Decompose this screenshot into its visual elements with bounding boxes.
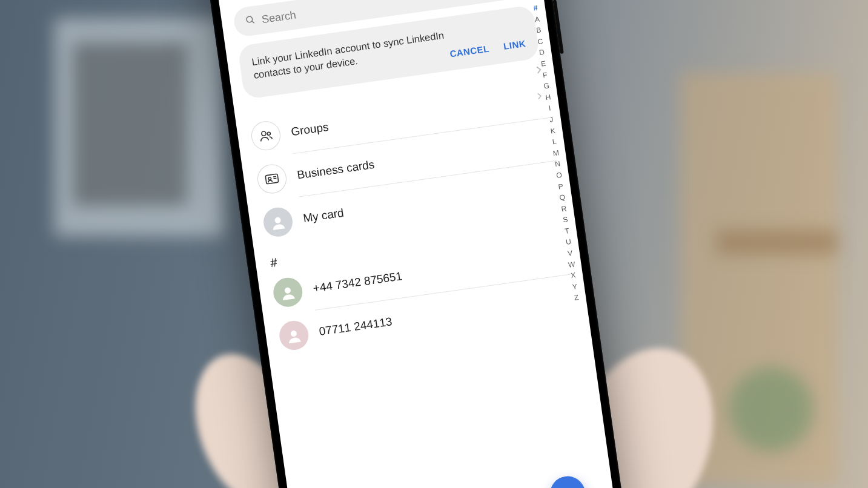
index-letter[interactable]: O (555, 170, 563, 182)
screen: 4G B (210, 0, 617, 488)
index-letter[interactable]: N (554, 158, 561, 170)
index-letter[interactable]: # (533, 2, 538, 14)
index-letter[interactable]: M (552, 147, 560, 159)
people-icon (250, 119, 282, 152)
index-letter[interactable]: E (540, 58, 547, 70)
index-letter[interactable]: G (543, 80, 550, 92)
avatar-placeholder-icon (271, 275, 304, 308)
index-letter[interactable]: R (560, 203, 567, 215)
index-letter[interactable]: H (545, 91, 551, 104)
index-letter[interactable]: W (568, 259, 576, 271)
index-letter[interactable]: K (550, 125, 557, 137)
index-letter[interactable]: I (548, 103, 552, 114)
index-letter[interactable]: B (535, 25, 542, 37)
svg-point-5 (261, 131, 266, 136)
contact-name: +44 7342 875651 (312, 269, 403, 295)
business-cards-label: Business cards (296, 157, 376, 182)
index-letter[interactable]: Z (574, 292, 580, 303)
svg-point-3 (246, 16, 253, 22)
index-letter[interactable]: Q (558, 192, 566, 204)
search-icon (244, 13, 257, 28)
index-letter[interactable]: S (562, 214, 569, 226)
power-button (552, 0, 563, 54)
chevron-right-icon (534, 90, 545, 104)
svg-line-9 (273, 176, 276, 177)
search-placeholder: Search (261, 8, 297, 26)
index-letter[interactable]: A (534, 13, 541, 25)
svg-rect-7 (265, 174, 279, 184)
svg-line-10 (273, 178, 276, 179)
card-icon (256, 162, 288, 195)
index-letter[interactable]: L (552, 136, 557, 148)
svg-point-12 (284, 287, 291, 294)
my-card-label: My card (302, 206, 345, 225)
groups-label: Groups (290, 120, 330, 138)
svg-point-11 (274, 217, 281, 223)
index-letter[interactable]: Y (572, 281, 578, 293)
index-letter[interactable]: V (567, 248, 574, 260)
link-button[interactable]: LINK (503, 38, 526, 53)
index-letter[interactable]: C (537, 36, 543, 48)
index-letter[interactable]: P (557, 180, 564, 193)
index-letter[interactable]: T (564, 225, 570, 237)
index-letter[interactable]: J (549, 114, 554, 125)
svg-line-4 (252, 21, 254, 23)
index-letter[interactable]: U (565, 236, 572, 248)
svg-point-13 (290, 330, 297, 337)
svg-point-6 (267, 131, 271, 135)
avatar-placeholder-icon (277, 318, 310, 351)
index-letter[interactable]: X (570, 270, 577, 282)
index-letter[interactable]: D (538, 47, 545, 59)
index-letter[interactable]: F (542, 69, 548, 81)
avatar-placeholder-icon (262, 205, 294, 238)
add-contact-fab[interactable] (548, 474, 588, 488)
svg-point-8 (268, 177, 271, 180)
banner-text: Link your LinkedIn account to sync Linke… (251, 24, 477, 82)
contact-name: 07711 244113 (318, 315, 393, 338)
